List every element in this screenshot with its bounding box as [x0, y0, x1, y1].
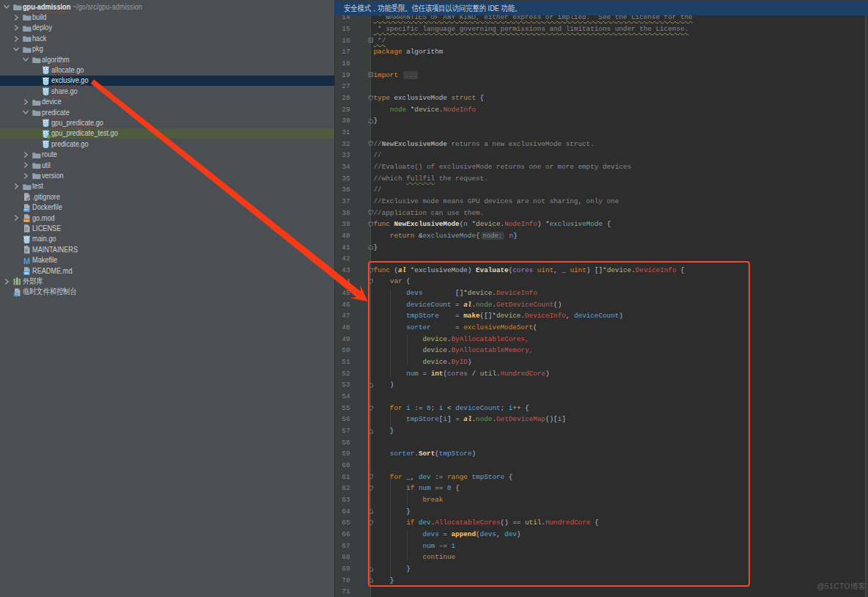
svg-text:010: 010 — [24, 219, 29, 222]
svg-text:MD: MD — [24, 272, 29, 275]
svg-text:M: M — [23, 257, 30, 265]
